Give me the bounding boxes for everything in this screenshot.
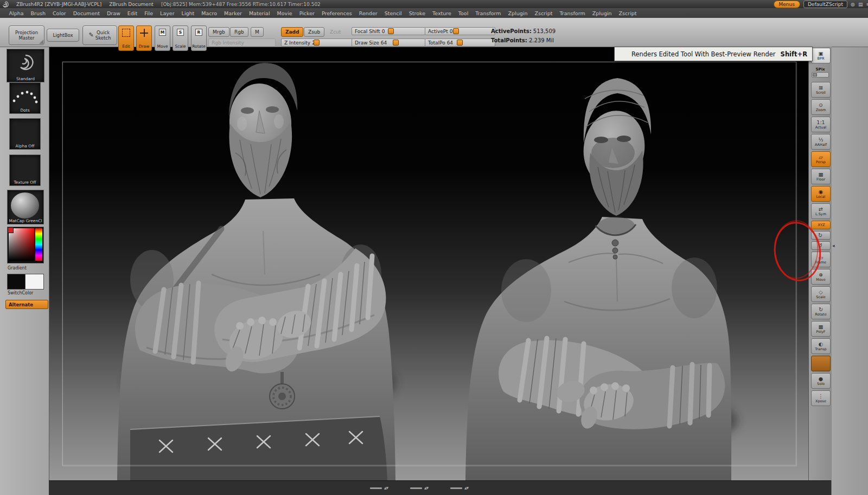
rotate-z-button[interactable]: ↺	[811, 241, 831, 250]
z-intensity-slider[interactable]: Z Intensity 25	[281, 38, 354, 47]
total-po-slider[interactable]: TotalPo 64	[425, 38, 495, 47]
texture-selector[interactable]: Texture Off	[9, 155, 41, 186]
slider-handle[interactable]	[314, 40, 320, 46]
persp-button[interactable]: ▱Persp	[811, 151, 831, 167]
secondary-color-swatch[interactable]	[25, 274, 44, 290]
default-zscript-button[interactable]: DefaultZScript	[803, 1, 847, 8]
menu-movie[interactable]: Movie	[273, 9, 296, 17]
rotate-button[interactable]: ↻Rotate	[811, 304, 831, 319]
frame-button[interactable]: ▭Frame	[811, 252, 831, 267]
active-pt-slider[interactable]: ActivePt 0	[425, 27, 495, 35]
menu-zscript[interactable]: Zscript	[615, 9, 640, 17]
scroll-arrows-icon[interactable]: ▲▼	[424, 486, 428, 490]
zcut-button[interactable]: Zcut	[326, 27, 345, 37]
menu-alpha[interactable]: Alpha	[5, 9, 27, 17]
m-button[interactable]: M	[251, 27, 264, 37]
lightbox-button[interactable]: LightBox	[47, 29, 79, 42]
menu-zplugin[interactable]: Zplugin	[505, 9, 531, 17]
mrgb-button[interactable]: Mrgb	[208, 27, 229, 37]
gradient-label[interactable]: Gradient	[8, 266, 27, 271]
material-selector[interactable]: MatCap GreenCl	[7, 190, 44, 224]
zoom-button[interactable]: ⊙Zoom	[811, 99, 831, 115]
canvas-scroll-widget[interactable]: ▲▼	[370, 486, 388, 490]
scroll-arrows-icon[interactable]: ▲▼	[464, 486, 468, 490]
solo-button[interactable]: ●Solo	[811, 373, 831, 389]
saturation-value-box[interactable]	[9, 228, 34, 261]
menu-layer[interactable]: Layer	[157, 9, 178, 17]
draw-size-slider[interactable]: Draw Size 64	[352, 38, 425, 47]
menu-macro[interactable]: Macro	[198, 9, 221, 17]
polyf-button[interactable]: ▩PolyF	[811, 321, 831, 337]
zsub-button[interactable]: Zsub	[304, 27, 324, 37]
main-color-swatch[interactable]	[7, 274, 26, 290]
document-canvas[interactable]	[49, 47, 808, 480]
xpose-button[interactable]: ⋮Xpose	[811, 390, 831, 406]
rotate-y-button[interactable]: ↻	[811, 231, 831, 240]
move-button[interactable]: ⊕Move	[811, 269, 831, 285]
bpr-button[interactable]: ▣BPR	[811, 48, 831, 63]
menu-brush[interactable]: Brush	[27, 9, 49, 17]
aahalf-button[interactable]: ½AAHalf	[811, 134, 831, 150]
ghost-button[interactable]	[811, 356, 831, 371]
menu-transform[interactable]: Transform	[556, 9, 589, 17]
bottom-scroll-bar[interactable]: ▲▼ ▲▼ ▲▼	[49, 480, 831, 495]
canvas-scroll-widget[interactable]: ▲▼	[450, 486, 468, 490]
zadd-button[interactable]: Zadd	[281, 27, 303, 37]
slider-handle[interactable]	[388, 28, 394, 34]
menu-picker[interactable]: Picker	[296, 9, 318, 17]
canvas-scroll-widget[interactable]: ▲▼	[410, 486, 428, 490]
brush-selector[interactable]: Standard	[7, 49, 44, 82]
alpha-selector[interactable]: Alpha Off	[9, 118, 41, 150]
alternate-button[interactable]: Alternate	[5, 300, 48, 309]
quick-sketch-button[interactable]: ✎ Quick Sketch	[82, 25, 117, 45]
slider-handle[interactable]	[453, 28, 459, 34]
menu-tool[interactable]: Tool	[455, 9, 471, 17]
menu-color[interactable]: Color	[49, 9, 69, 17]
tray-collapse-arrow[interactable]: ◂	[832, 243, 835, 248]
scale-button[interactable]: ◇Scale	[811, 286, 831, 302]
stroke-selector[interactable]: Dots	[9, 82, 41, 114]
rgb-button[interactable]: Rgb	[230, 27, 248, 37]
menu-zplugin[interactable]: Zplugin	[589, 9, 615, 17]
lsym-button[interactable]: ⇄L.Sym	[811, 203, 831, 219]
menu-draw[interactable]: Draw	[103, 9, 124, 17]
menu-preferences[interactable]: Preferences	[318, 9, 355, 17]
spix-track[interactable]	[812, 72, 829, 78]
hue-bar[interactable]	[35, 228, 42, 261]
spix-slider[interactable]: SPix	[811, 65, 829, 79]
menu-light[interactable]: Light	[178, 9, 198, 17]
local-button[interactable]: ◉Local	[811, 186, 831, 202]
menu-render[interactable]: Render	[355, 9, 381, 17]
session-icon[interactable]: ◍	[851, 2, 855, 7]
focal-shift-slider[interactable]: Focal Shift 0	[352, 27, 425, 35]
slider-handle[interactable]	[393, 40, 399, 46]
grip-icon[interactable]: ≡	[866, 2, 868, 7]
menu-material[interactable]: Material	[245, 9, 273, 17]
menu-file[interactable]: File	[141, 9, 157, 17]
list-icon[interactable]: ▤	[858, 2, 863, 7]
menu-stencil[interactable]: Stencil	[381, 9, 405, 17]
menu-edit[interactable]: Edit	[124, 9, 141, 17]
move-mode-button[interactable]: M Move	[155, 25, 170, 51]
rotate-mode-button[interactable]: R Rotate	[191, 25, 207, 51]
menu-document[interactable]: Document	[69, 9, 103, 17]
scale-mode-button[interactable]: S Scale	[173, 25, 188, 51]
slider-handle[interactable]	[457, 40, 463, 46]
transp-button[interactable]: ◐Transp	[811, 338, 831, 354]
projection-master-button[interactable]: Projection Master	[9, 25, 44, 45]
menus-button[interactable]: Menus	[774, 1, 800, 8]
xyz-button[interactable]: XYZ	[811, 221, 831, 229]
scroll-arrows-icon[interactable]: ▲▼	[384, 486, 388, 490]
draw-mode-button[interactable]: Draw	[136, 25, 152, 51]
color-picker[interactable]	[7, 227, 44, 263]
menu-texture[interactable]: Texture	[429, 9, 455, 17]
menu-transform[interactable]: Transform	[472, 9, 505, 17]
menu-marker[interactable]: Marker	[221, 9, 246, 17]
scroll-button[interactable]: ⊞Scroll	[811, 82, 831, 98]
menu-zscript[interactable]: Zscript	[531, 9, 556, 17]
switch-color-label[interactable]: SwitchColor	[8, 291, 33, 295]
rgb-intensity-slider[interactable]: Rgb Intensity	[208, 38, 276, 47]
actual-button[interactable]: 1:1Actual	[811, 117, 831, 132]
floor-button[interactable]: ▦Floor	[811, 169, 831, 184]
edit-mode-button[interactable]: Edit	[118, 25, 134, 51]
